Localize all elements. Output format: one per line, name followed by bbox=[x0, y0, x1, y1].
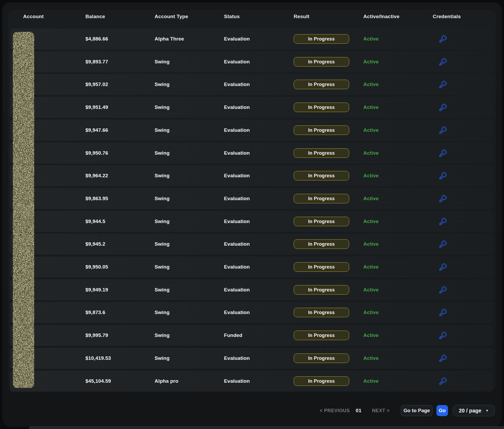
balance-value: $9,944.5 bbox=[85, 211, 105, 232]
next-page-button[interactable]: NEXT > bbox=[372, 405, 390, 416]
column-header-account-type: Account Type bbox=[155, 13, 188, 20]
result-badge: In Progress bbox=[294, 239, 349, 249]
status-value: Evaluation bbox=[224, 28, 250, 49]
credentials-button[interactable] bbox=[438, 239, 448, 249]
active-status: Active bbox=[363, 188, 379, 209]
table-row[interactable]: $9,950.05 Swing Evaluation In Progress A… bbox=[10, 256, 493, 277]
go-to-page-button[interactable]: Go to Page bbox=[401, 405, 432, 416]
result-badge: In Progress bbox=[294, 376, 349, 386]
credentials-button[interactable] bbox=[438, 80, 448, 89]
status-value: Evaluation bbox=[224, 120, 250, 141]
credentials-button[interactable] bbox=[438, 308, 448, 317]
column-header-credentials: Credentials bbox=[433, 13, 461, 20]
status-value: Evaluation bbox=[224, 74, 250, 95]
credentials-button[interactable] bbox=[438, 194, 448, 203]
account-type-value: Swing bbox=[155, 211, 170, 232]
result-label: In Progress bbox=[308, 128, 335, 133]
column-header-active-inactive: Active/Inactive bbox=[363, 13, 400, 20]
result-label: In Progress bbox=[308, 241, 335, 247]
key-icon bbox=[439, 377, 447, 386]
credentials-button[interactable] bbox=[438, 331, 448, 340]
result-badge: In Progress bbox=[294, 308, 349, 317]
account-type-value: Swing bbox=[155, 348, 170, 369]
balance-value: $9,995.79 bbox=[85, 325, 108, 346]
active-status: Active bbox=[363, 302, 379, 323]
key-icon bbox=[439, 194, 447, 203]
result-label: In Progress bbox=[308, 356, 335, 361]
credentials-button[interactable] bbox=[438, 376, 448, 386]
status-value: Evaluation bbox=[224, 256, 250, 277]
balance-value: $9,964.22 bbox=[85, 165, 108, 186]
table-row[interactable]: $9,873.6 Swing Evaluation In Progress Ac… bbox=[10, 302, 493, 323]
previous-page-button[interactable]: < PREVIOUS bbox=[320, 405, 350, 416]
status-value: Evaluation bbox=[224, 165, 250, 186]
credentials-button[interactable] bbox=[438, 34, 448, 44]
table-row[interactable]: $45,104.59 Alpha pro Evaluation In Progr… bbox=[10, 371, 493, 392]
account-type-value: Swing bbox=[155, 279, 170, 300]
balance-value: $9,950.76 bbox=[85, 143, 108, 164]
balance-value: $9,947.66 bbox=[85, 120, 108, 141]
account-type-value: Swing bbox=[155, 188, 170, 209]
balance-value: $9,873.6 bbox=[85, 302, 105, 323]
result-label: In Progress bbox=[308, 59, 335, 65]
balance-value: $9,863.95 bbox=[85, 188, 108, 209]
table-row[interactable]: $9,944.5 Swing Evaluation In Progress Ac… bbox=[10, 211, 493, 232]
status-value: Evaluation bbox=[224, 211, 250, 232]
credentials-button[interactable] bbox=[438, 148, 448, 158]
status-value: Evaluation bbox=[224, 143, 250, 164]
key-icon bbox=[439, 171, 447, 180]
table-row[interactable]: $4,886.66 Alpha Three Evaluation In Prog… bbox=[10, 28, 493, 49]
active-status: Active bbox=[363, 325, 379, 346]
table-row[interactable]: $9,945.2 Swing Evaluation In Progress Ac… bbox=[10, 234, 493, 255]
credentials-button[interactable] bbox=[438, 103, 448, 112]
table-row[interactable]: $9,893.77 Swing Evaluation In Progress A… bbox=[10, 51, 493, 72]
result-badge: In Progress bbox=[294, 57, 349, 67]
key-icon bbox=[439, 308, 447, 317]
active-status: Active bbox=[363, 211, 379, 232]
page-size-select[interactable]: 20 / page ▼ bbox=[453, 405, 495, 416]
table-row[interactable]: $9,957.02 Swing Evaluation In Progress A… bbox=[10, 74, 493, 95]
table-header: Account Balance Account Type Status Resu… bbox=[0, 0, 504, 19]
table-row[interactable]: $9,947.66 Swing Evaluation In Progress A… bbox=[10, 120, 493, 141]
key-icon bbox=[439, 285, 447, 294]
credentials-button[interactable] bbox=[438, 354, 448, 363]
credentials-button[interactable] bbox=[438, 217, 448, 226]
result-label: In Progress bbox=[308, 219, 335, 224]
result-badge: In Progress bbox=[294, 354, 349, 363]
table-row[interactable]: $9,863.95 Swing Evaluation In Progress A… bbox=[10, 188, 493, 209]
result-badge: In Progress bbox=[294, 217, 349, 226]
credentials-button[interactable] bbox=[438, 171, 448, 180]
result-badge: In Progress bbox=[294, 194, 349, 203]
credentials-button[interactable] bbox=[438, 285, 448, 295]
column-header-status: Status bbox=[224, 13, 240, 20]
active-status: Active bbox=[363, 74, 379, 95]
table-row[interactable]: $9,949.19 Swing Evaluation In Progress A… bbox=[10, 279, 493, 300]
go-button[interactable]: Go bbox=[436, 405, 448, 416]
result-badge: In Progress bbox=[294, 80, 349, 89]
result-label: In Progress bbox=[308, 36, 335, 42]
balance-value: $9,949.19 bbox=[85, 279, 108, 300]
chevron-down-icon: ▼ bbox=[486, 409, 489, 412]
table-row[interactable]: $10,419.53 Swing Evaluation In Progress … bbox=[10, 348, 493, 369]
key-icon bbox=[439, 126, 447, 135]
table-row[interactable]: $9,951.49 Swing Evaluation In Progress A… bbox=[10, 97, 493, 118]
column-header-balance: Balance bbox=[85, 13, 105, 20]
result-label: In Progress bbox=[308, 310, 335, 315]
status-value: Evaluation bbox=[224, 348, 250, 369]
credentials-button[interactable] bbox=[438, 125, 448, 135]
table-row[interactable]: $9,995.79 Swing Funded In Progress Activ… bbox=[10, 325, 493, 346]
key-icon bbox=[439, 80, 447, 89]
result-label: In Progress bbox=[308, 378, 335, 384]
balance-value: $45,104.59 bbox=[85, 371, 111, 392]
key-icon bbox=[439, 57, 447, 66]
status-value: Evaluation bbox=[224, 97, 250, 118]
balance-value: $9,951.49 bbox=[85, 97, 108, 118]
account-type-value: Swing bbox=[155, 51, 170, 72]
page-size-value: 20 / page bbox=[459, 408, 481, 414]
credentials-button[interactable] bbox=[438, 57, 448, 67]
table-row[interactable]: $9,950.76 Swing Evaluation In Progress A… bbox=[10, 143, 493, 164]
credentials-button[interactable] bbox=[438, 262, 448, 272]
table-row[interactable]: $9,964.22 Swing Evaluation In Progress A… bbox=[10, 165, 493, 186]
account-type-value: Swing bbox=[155, 325, 170, 346]
balance-value: $9,945.2 bbox=[85, 234, 105, 255]
